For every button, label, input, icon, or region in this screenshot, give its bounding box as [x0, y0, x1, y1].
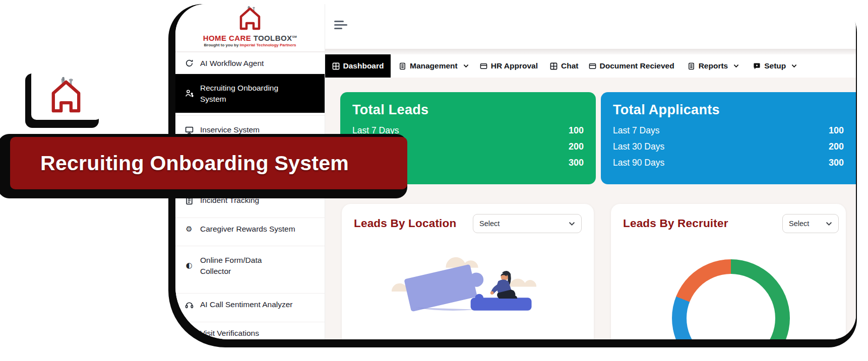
leads-by-recruiter-title: Leads By Recruiter — [623, 217, 728, 230]
select-value: Select — [789, 220, 809, 228]
stat-row: Last 30 Days 200 — [613, 141, 844, 152]
total-applicants-title: Total Applicants — [613, 102, 844, 118]
dashboard-grid-icon — [332, 62, 340, 70]
chevron-down-icon — [826, 222, 832, 226]
home-care-toolbox-house-icon — [236, 6, 264, 31]
divider — [175, 218, 325, 218]
nav-item-reports[interactable]: Reports — [688, 54, 739, 78]
chevron-down-icon — [791, 64, 797, 68]
workflow-refresh-icon — [184, 58, 194, 68]
leads-by-location-panel: Leads By Location Select — [342, 204, 594, 339]
sidebar-item-ai-call-sentiment[interactable]: AI Call Sentiment Analyzer — [175, 294, 325, 316]
divider — [175, 74, 325, 74]
divider — [175, 246, 325, 246]
leads-by-recruiter-select[interactable]: Select — [782, 214, 839, 233]
sidebar-item-label: Inservice System — [200, 124, 260, 135]
leads-by-location-select[interactable]: Select — [473, 214, 582, 233]
banner-title: Recruiting Onboarding System — [40, 152, 349, 175]
top-nav: Dashboard Management HR Approval — [325, 54, 856, 78]
select-value: Select — [479, 220, 500, 228]
brand-logo-card — [31, 69, 101, 120]
person-network-icon — [184, 89, 194, 99]
stat-row: Last 7 Days 100 — [613, 125, 844, 136]
reports-doc-icon — [688, 62, 695, 70]
chevron-down-icon — [733, 64, 739, 68]
nav-label: Reports — [699, 61, 728, 70]
sidebar-item-label: Incident Tracking — [200, 195, 259, 206]
title-banner: Recruiting Onboarding System — [10, 137, 407, 189]
chevron-down-icon — [463, 64, 469, 68]
divider — [175, 115, 325, 116]
chevron-down-icon — [569, 222, 575, 226]
sidebar-item-label: AI Call Sentiment Analyzer — [200, 299, 293, 310]
brand-wordmark: HOME CARE TOOLBOXSM — [175, 33, 325, 42]
stat-row: Last 90 Days 300 — [613, 158, 844, 168]
divider — [175, 293, 325, 294]
nav-label: Dashboard — [343, 61, 384, 70]
sidebar-item-label: Visit Verifications — [200, 328, 259, 339]
brand-home-care: HOME CARE — [203, 34, 251, 42]
divider — [175, 52, 325, 52]
total-leads-title: Total Leads — [352, 102, 584, 118]
sidebar-item-online-form-data-collector[interactable]: ◐ Online Form/Data Collector — [175, 246, 325, 285]
nav-label: Chat — [561, 61, 578, 70]
nav-tab-dashboard[interactable]: Dashboard — [325, 54, 391, 78]
monitor-icon — [184, 125, 194, 135]
document-icon — [184, 195, 194, 205]
marketing-composite: HOME CARE TOOLBOXSM Brought to you by Im… — [0, 0, 868, 361]
sidebar-item-visit-verifications[interactable]: Visit Verifications — [175, 322, 325, 339]
brand-tagline: Brought to you by Imperial Technology Pa… — [175, 43, 325, 47]
leads-by-recruiter-donut — [672, 259, 790, 339]
setup-bubble-icon — [753, 62, 761, 70]
sidebar-item-recruiting-onboarding-system[interactable]: Recruiting Onboarding System — [175, 74, 325, 113]
check-document-icon — [184, 328, 194, 338]
management-doc-icon — [399, 62, 406, 70]
gear-icon: ⚙ — [184, 224, 194, 234]
home-care-toolbox-house-icon — [48, 76, 84, 114]
sidebar-item-label: Recruiting Onboarding System — [200, 83, 306, 105]
header-shadow — [325, 49, 856, 54]
document-recieved-card-icon — [589, 62, 596, 70]
nav-label: Setup — [764, 61, 786, 70]
nav-item-hr-approval[interactable]: HR Approval — [480, 54, 538, 78]
divider — [175, 322, 325, 322]
sidebar-item-label: Online Form/Data Collector — [200, 255, 286, 277]
nav-item-chat[interactable]: Chat — [550, 54, 578, 78]
sidebar-item-label: Caregiver Rewards System — [200, 224, 295, 235]
leads-by-location-title: Leads By Location — [354, 217, 456, 230]
nav-label: Document Recieved — [600, 61, 674, 70]
total-applicants-card: Total Applicants Last 7 Days 100 Last 30… — [601, 92, 856, 184]
headset-icon — [184, 300, 194, 310]
nav-item-document-recieved[interactable]: Document Recieved — [589, 54, 674, 78]
donut-hole — [687, 274, 775, 339]
brand-toolbox: TOOLBOX — [254, 34, 292, 42]
top-header — [325, 4, 856, 54]
sidebar-item-caregiver-rewards[interactable]: ⚙ Caregiver Rewards System — [175, 218, 325, 240]
sidebar-item-ai-workflow-agent[interactable]: AI Workflow Agent — [175, 52, 325, 74]
stat-row: Last 7 Days 100 — [352, 125, 584, 136]
nav-item-management[interactable]: Management — [399, 54, 469, 78]
hr-approval-card-icon — [480, 62, 487, 70]
hamburger-menu-icon[interactable] — [334, 21, 348, 32]
leads-by-recruiter-panel: Leads By Recruiter Select — [611, 204, 846, 339]
nav-label: HR Approval — [491, 61, 538, 70]
empty-state-illustration — [354, 240, 582, 325]
nav-label: Management — [410, 61, 458, 70]
pie-half-icon: ◐ — [184, 261, 194, 271]
chat-grid-icon — [550, 62, 557, 70]
brand-partner: Imperial Technology Partners — [240, 43, 296, 47]
sidebar-item-label: AI Workflow Agent — [200, 58, 264, 69]
sidebar-item-incident-tracking[interactable]: Incident Tracking — [175, 189, 325, 211]
nav-item-setup[interactable]: Setup — [753, 54, 797, 78]
brand-trademark: SM — [292, 35, 297, 38]
app-logo: HOME CARE TOOLBOXSM Brought to you by Im… — [175, 4, 325, 52]
